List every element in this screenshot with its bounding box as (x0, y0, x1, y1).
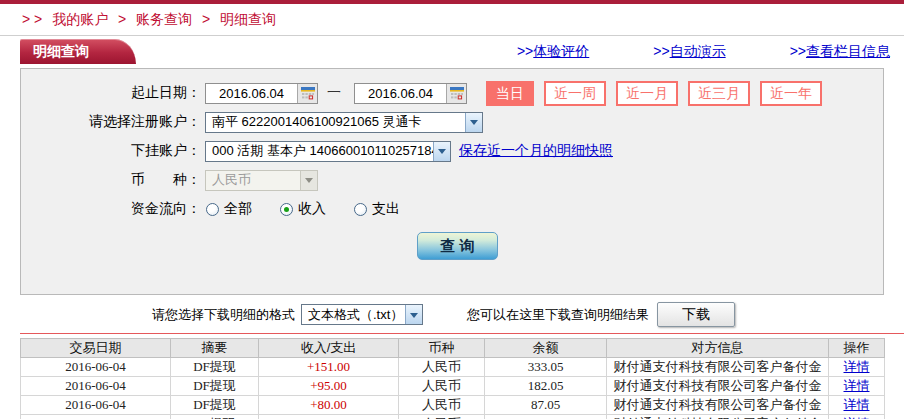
sub-account-label: 下挂账户： (21, 142, 201, 160)
calendar-icon-glyph (450, 87, 464, 100)
currency-row: 币 种： 人民币 (21, 169, 883, 191)
cell-counterparty: 财付通支付科技有限公司客户备付金 (607, 415, 829, 419)
link-arrows: >> (653, 43, 669, 59)
cell-currency: 人民币 (399, 396, 485, 415)
currency-select: 人民币 (205, 170, 318, 191)
cell-action: 详情 (829, 396, 885, 415)
cell-action: 详情 (829, 415, 885, 419)
link-experience-rating[interactable]: >>体验评价 (517, 43, 589, 61)
query-form-panel: 起止日期： 2016.06.04 一 201 (20, 68, 884, 295)
quick-range-week-button[interactable]: 近一周 (544, 81, 606, 106)
download-format-select[interactable]: 文本格式（.txt） (301, 304, 423, 325)
download-hint: 您可以在这里下载查询明细结果 (467, 306, 649, 324)
registered-account-value: 南平 6222001406100921065 灵通卡 (206, 113, 465, 131)
date-from-value: 2016.06.04 (206, 86, 297, 101)
table-row-partial: 2016-06-04 DF提现 人民币 财付通支付科技有限公司客户备付金 详情 (21, 415, 885, 419)
date-to-input[interactable]: 2016.06.04 (354, 83, 467, 104)
radio-all[interactable] (206, 203, 219, 216)
tab-detail-query[interactable]: 明细查询 (20, 39, 136, 64)
cell-amount (259, 415, 399, 419)
download-row: 请您选择下载明细的格式 文本格式（.txt） 您可以在这里下载查询明细结果 下载 (0, 295, 904, 333)
quick-range-today-button[interactable]: 当日 (486, 81, 534, 106)
detail-link[interactable]: 详情 (844, 359, 870, 374)
col-header-balance: 余额 (485, 339, 607, 358)
download-format-value: 文本格式（.txt） (302, 306, 405, 324)
chevron-down-icon (405, 305, 422, 324)
quick-range-quarter-button[interactable]: 近三月 (688, 81, 750, 106)
radio-income[interactable] (280, 203, 293, 216)
link-label: 自动演示 (670, 43, 726, 59)
fund-flow-row: 资金流向： 全部 收入 支出 (21, 198, 883, 220)
registered-account-label: 请选择注册账户： (21, 113, 201, 131)
calendar-icon-glyph (301, 87, 315, 100)
cell-summary: DF提现 (171, 415, 259, 419)
breadcrumb-item-my-account[interactable]: 我的账户 (52, 11, 108, 27)
calendar-icon[interactable] (297, 84, 317, 103)
quick-range-month-button[interactable]: 近一月 (616, 81, 678, 106)
cell-amount: +80.00 (259, 396, 399, 415)
cell-summary: DF提现 (171, 358, 259, 377)
tab-title: 明细查询 (33, 43, 89, 59)
date-from-input[interactable]: 2016.06.04 (205, 83, 318, 104)
breadcrumb-separator: > (118, 11, 126, 27)
save-monthly-snapshot-link[interactable]: 保存近一个月的明细快照 (459, 142, 613, 160)
col-header-action: 操作 (829, 339, 885, 358)
download-button[interactable]: 下载 (657, 302, 735, 327)
chevron-down-icon (433, 142, 450, 161)
cell-trade-date: 2016-06-04 (21, 358, 171, 377)
cell-counterparty: 财付通支付科技有限公司客户备付金 (607, 358, 829, 377)
link-auto-demo[interactable]: >>自动演示 (653, 43, 725, 61)
red-divider (20, 333, 904, 334)
cell-currency: 人民币 (399, 358, 485, 377)
link-label: 查看栏目信息 (806, 43, 890, 59)
date-range-dash: 一 (327, 84, 341, 102)
chevron-down-icon (300, 171, 317, 190)
breadcrumb-item-detail-query[interactable]: 明细查询 (220, 11, 276, 27)
cell-balance (485, 415, 607, 419)
cell-amount: +95.00 (259, 377, 399, 396)
breadcrumb-item-account-query[interactable]: 账务查询 (136, 11, 192, 27)
cell-currency: 人民币 (399, 415, 485, 419)
registered-account-select[interactable]: 南平 6222001406100921065 灵通卡 (205, 112, 483, 133)
col-header-summary: 摘要 (171, 339, 259, 358)
registered-account-row: 请选择注册账户： 南平 6222001406100921065 灵通卡 (21, 111, 883, 133)
cell-balance: 87.05 (485, 396, 607, 415)
calendar-icon[interactable] (446, 84, 466, 103)
col-header-amount: 收入/支出 (259, 339, 399, 358)
cell-counterparty: 财付通支付科技有限公司客户备付金 (607, 396, 829, 415)
link-label: 体验评价 (533, 43, 589, 59)
date-range-label: 起止日期： (21, 84, 201, 102)
cell-action: 详情 (829, 358, 885, 377)
cell-trade-date: 2016-06-04 (21, 415, 171, 419)
link-arrows: >> (517, 43, 533, 59)
cell-trade-date: 2016-06-04 (21, 396, 171, 415)
radio-expense[interactable] (354, 203, 367, 216)
radio-expense-label[interactable]: 支出 (372, 200, 400, 218)
breadcrumb: > > 我的账户 > 账务查询 > 明细查询 (0, 4, 904, 36)
sub-account-select[interactable]: 000 活期 基本户 1406600101102571848 (205, 141, 451, 162)
table-row: 2016-06-04 DF提现 +95.00 人民币 182.05 财付通支付科… (21, 377, 885, 396)
table-row: 2016-06-04 DF提现 +151.00 人民币 333.05 财付通支付… (21, 358, 885, 377)
chevron-down-icon (465, 113, 482, 132)
cell-summary: DF提现 (171, 396, 259, 415)
link-view-column-info[interactable]: >>查看栏目信息 (790, 43, 890, 61)
detail-link[interactable]: 详情 (844, 397, 870, 412)
query-button[interactable]: 查 询 (417, 232, 498, 260)
breadcrumb-prefix: > > (22, 11, 42, 27)
breadcrumb-separator: > (202, 11, 210, 27)
quick-range-year-button[interactable]: 近一年 (760, 81, 822, 106)
detail-link[interactable]: 详情 (844, 378, 870, 393)
radio-all-label[interactable]: 全部 (224, 200, 252, 218)
page: > > 我的账户 > 账务查询 > 明细查询 明细查询 >>体验评价 >>自动演… (0, 0, 904, 419)
header-links: >>体验评价 >>自动演示 >>查看栏目信息 (517, 43, 890, 61)
cell-balance: 182.05 (485, 377, 607, 396)
date-range-row: 起止日期： 2016.06.04 一 201 (21, 82, 883, 104)
table-row: 2016-06-04 DF提现 +80.00 人民币 87.05 财付通支付科技… (21, 396, 885, 415)
currency-value: 人民币 (206, 171, 300, 189)
transactions-table: 交易日期 摘要 收入/支出 币种 余额 对方信息 操作 2016-06-04 D… (20, 338, 885, 419)
cell-trade-date: 2016-06-04 (21, 377, 171, 396)
radio-income-label[interactable]: 收入 (298, 200, 326, 218)
cell-amount: +151.00 (259, 358, 399, 377)
cell-counterparty: 财付通支付科技有限公司客户备付金 (607, 377, 829, 396)
col-header-currency: 币种 (399, 339, 485, 358)
